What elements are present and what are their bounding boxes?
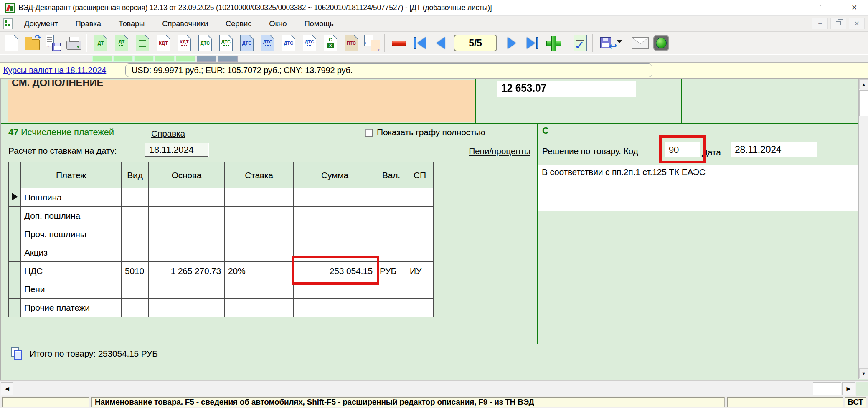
- peni-link[interactable]: Пени/проценты: [462, 146, 530, 156]
- cell-payment[interactable]: Прочие платежи: [21, 299, 122, 317]
- sheet-tab-segment[interactable]: [113, 56, 133, 62]
- see-addendum-field[interactable]: СМ. ДОПОЛНЕНИЕ: [8, 80, 475, 122]
- cell-base[interactable]: 1 265 270.73: [149, 262, 225, 280]
- next-page-button[interactable]: [502, 33, 521, 53]
- first-page-button[interactable]: [410, 33, 429, 53]
- cell-base[interactable]: [149, 225, 225, 243]
- sheet-tab-segment[interactable]: [155, 56, 175, 62]
- cell-base[interactable]: [149, 188, 225, 207]
- cell-currency[interactable]: [376, 280, 406, 299]
- sheet-tab-segment[interactable]: [92, 56, 112, 62]
- scroll-up-button[interactable]: ▲: [859, 79, 868, 89]
- save-copy-button[interactable]: ↓: [43, 33, 63, 53]
- maximize-button[interactable]: [810, 0, 835, 15]
- kts-all-sheets-button[interactable]: ДТС: [258, 33, 277, 53]
- menu-references[interactable]: Справочники: [156, 18, 214, 30]
- table-row-poshlina[interactable]: Пошлина: [9, 188, 434, 207]
- table-row-prochie[interactable]: Прочие платежи: [9, 299, 434, 317]
- cell-payment[interactable]: Пошлина: [21, 188, 122, 207]
- scroll-down-button[interactable]: ▼: [859, 368, 868, 378]
- cell-sp[interactable]: [406, 243, 434, 262]
- cell-payment[interactable]: Проч. пошлины: [21, 225, 122, 243]
- cell-rate[interactable]: 20%: [225, 262, 294, 280]
- show-full-checkbox[interactable]: [365, 129, 373, 137]
- cell-currency[interactable]: РУБ: [376, 262, 406, 280]
- mdi-minimize-button[interactable]: –: [812, 18, 828, 29]
- horizontal-scrollbar[interactable]: ◀ ▶: [0, 380, 868, 396]
- sheet-tab-segment[interactable]: [176, 56, 195, 62]
- scroll-right-button[interactable]: ▶: [842, 382, 855, 395]
- cell-payment[interactable]: Акциз: [21, 243, 122, 262]
- cell-sum[interactable]: [294, 225, 376, 243]
- cell-sp[interactable]: [406, 299, 434, 317]
- kts-sheet-button[interactable]: ДТС: [237, 33, 256, 53]
- cell-currency[interactable]: [376, 188, 406, 207]
- cell-sum[interactable]: [294, 207, 376, 225]
- cell-sp[interactable]: ИУ: [406, 262, 434, 280]
- cell-vid[interactable]: [122, 280, 149, 299]
- horizontal-scroll-thumb[interactable]: [813, 382, 841, 395]
- sheet-tab-segment[interactable]: [134, 56, 154, 62]
- mdi-close-button[interactable]: ✕: [849, 18, 865, 29]
- currency-rates-link[interactable]: Курсы валют на 18.11.2024: [3, 66, 106, 75]
- cell-currency[interactable]: [376, 299, 406, 317]
- delete-page-button[interactable]: [389, 33, 409, 53]
- new-document-button[interactable]: [2, 33, 21, 53]
- cell-vid[interactable]: 5010: [122, 262, 149, 280]
- last-page-button[interactable]: [523, 33, 542, 53]
- excel-export-button[interactable]: СX: [321, 33, 340, 53]
- transfer-button[interactable]: ←→: [363, 33, 382, 53]
- cell-sum[interactable]: [294, 299, 376, 317]
- page-indicator[interactable]: 5/5: [454, 35, 497, 51]
- menu-window[interactable]: Окно: [263, 18, 292, 30]
- dts-all-sheets-button[interactable]: ДТС: [216, 33, 236, 53]
- print-button[interactable]: [64, 33, 84, 53]
- sheet-tab-segment[interactable]: [218, 56, 238, 62]
- cell-sp[interactable]: [406, 280, 434, 299]
- cell-base[interactable]: [149, 207, 225, 225]
- vertical-scroll-thumb[interactable]: [859, 90, 868, 116]
- rate-date-input[interactable]: 18.11.2024: [145, 143, 208, 157]
- cell-base[interactable]: [149, 280, 225, 299]
- amount-field[interactable]: 12 653.07: [497, 81, 636, 97]
- cell-vid[interactable]: [122, 188, 149, 207]
- cell-rate[interactable]: [225, 225, 294, 243]
- dt-sheet-button[interactable]: ДТ: [91, 33, 110, 53]
- cell-vid[interactable]: [122, 225, 149, 243]
- help-link[interactable]: Справка: [151, 129, 185, 139]
- decision-basis-field[interactable]: В соответствии с пп.2п.1 ст.125 ТК ЕАЭС: [538, 165, 858, 211]
- cell-rate[interactable]: [225, 299, 294, 317]
- save-with-menu-button[interactable]: [597, 33, 625, 53]
- kdt-all-sheets-button[interactable]: КДТ: [175, 33, 194, 53]
- cell-rate[interactable]: [225, 280, 294, 299]
- close-button[interactable]: ✕: [841, 0, 867, 15]
- menu-goods[interactable]: Товары: [113, 18, 150, 30]
- cell-vid[interactable]: [122, 299, 149, 317]
- prev-page-button[interactable]: [431, 33, 450, 53]
- dts2-all-sheets-button[interactable]: ДТС: [300, 33, 319, 53]
- pts-sheet-button[interactable]: ПТС: [342, 33, 361, 53]
- cell-rate[interactable]: [225, 207, 294, 225]
- cell-currency[interactable]: [376, 207, 406, 225]
- cell-vid[interactable]: [122, 243, 149, 262]
- menu-document[interactable]: Документ: [18, 18, 63, 30]
- cell-currency[interactable]: [376, 225, 406, 243]
- cell-payment[interactable]: НДС: [21, 262, 122, 280]
- sheet-tab-segment[interactable]: [197, 56, 216, 62]
- menu-edit[interactable]: Правка: [69, 18, 107, 30]
- mdi-restore-button[interactable]: [830, 18, 846, 29]
- kdt-sheet-button[interactable]: КДТ: [154, 33, 173, 53]
- cell-sum[interactable]: [294, 188, 376, 207]
- scroll-left-button[interactable]: ◀: [1, 382, 13, 395]
- cell-rate[interactable]: [225, 243, 294, 262]
- status-light-button[interactable]: [652, 33, 671, 53]
- cell-sp[interactable]: [406, 188, 434, 207]
- cell-sp[interactable]: [406, 225, 434, 243]
- menu-help[interactable]: Помощь: [298, 18, 339, 30]
- copy-icon[interactable]: [11, 347, 22, 360]
- cell-rate[interactable]: [225, 188, 294, 207]
- open-button[interactable]: [23, 33, 42, 53]
- add-page-button[interactable]: [544, 33, 563, 53]
- table-row-dop-poshlina[interactable]: Доп. пошлина: [9, 207, 434, 225]
- dt-list-button[interactable]: [133, 33, 152, 53]
